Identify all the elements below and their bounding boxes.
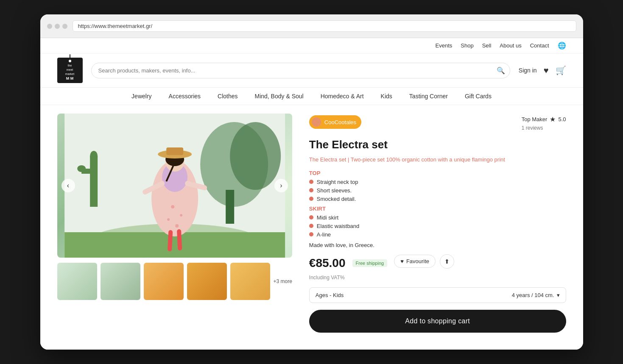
share-icon: ⬆ [444,258,450,265]
svg-rect-4 [90,156,98,207]
nav-contact[interactable]: Contact [530,42,549,49]
size-value-text: 4 years / 104 cm. [512,292,554,298]
section-skirt-label: SKIRT [309,206,566,212]
feature-dot-1 [309,180,313,184]
dropdown-chevron-icon: ▾ [557,292,560,298]
price-row: €85.00 Free shipping ♥ Favourite ⬆ [309,254,566,272]
cat-mind-body-soul[interactable]: Mind, Body & Soul [255,93,304,100]
size-value: 4 years / 104 cm. ▾ [512,292,560,298]
feature-midi-skirt: Midi skirt [309,214,566,221]
cat-gift-cards[interactable]: Gift Cards [465,93,492,100]
main-image-placeholder [57,114,292,258]
thumbnail-2[interactable] [101,263,140,300]
nav-sell[interactable]: Sell [482,42,492,49]
maker-name: CooCootales [324,119,356,125]
maker-left: CooCootales [309,115,361,134]
product-image-svg [57,114,292,258]
svg-point-7 [77,165,86,172]
cat-kids[interactable]: Kids [381,93,392,100]
maker-right: Top Maker ★ 5.0 1 reviews [522,115,566,131]
thumb-img-5 [230,263,270,300]
feature-dot-3 [309,197,313,201]
feature-text-5: Elastic waistband [317,223,359,229]
browser-dots [47,24,67,29]
top-maker-label: Top Maker [522,116,548,122]
logo-text-the: themeetmarket [65,64,74,76]
cat-jewelry[interactable]: Jewelry [131,93,151,100]
product-price: €85.00 [309,256,346,270]
product-info: CooCootales Top Maker ★ 5.0 1 reviews Th… [309,114,566,333]
thumbnail-3[interactable] [144,263,184,300]
prev-image-button[interactable]: ‹ [61,179,75,192]
thumb-img-2 [101,263,140,300]
wishlist-icon[interactable]: ♥ [544,66,549,75]
header-actions: Sign in ♥ 🛒 [519,65,566,75]
review-count: 1 reviews [522,125,566,131]
browser-dot-green [62,24,67,29]
feature-dot-6 [309,232,313,236]
cart-icon[interactable]: 🛒 [556,65,566,75]
nav-events[interactable]: Events [436,42,453,49]
main-content: ‹ › [40,105,583,350]
feature-short-sleeves: Short sleeves. [309,187,566,194]
category-nav: Jewelry Accessories Clothes Mind, Body &… [40,88,583,105]
feature-text-3: Smocked detail. [317,196,356,202]
thumb-img-1 [57,263,97,300]
add-to-cart-button[interactable]: Add to shopping cart [309,310,566,333]
top-nav: Events Shop Sell About us Contact 🌐 [40,38,583,53]
svg-point-21 [171,205,174,208]
feature-text-2: Short sleeves. [317,187,352,194]
thumbnail-4[interactable] [187,263,227,300]
site-header: themeetmarket M M 🔍 Sign in ♥ 🛒 [40,53,583,88]
svg-point-22 [180,214,182,217]
feature-dot-2 [309,188,313,192]
feature-dot-5 [309,224,313,228]
sign-in-link[interactable]: Sign in [519,67,537,74]
next-image-button[interactable]: › [274,179,288,192]
cat-homedeco[interactable]: Homedeco & Art [321,93,364,100]
browser-chrome: https://www.themeetmarket.gr/ [40,14,583,38]
action-buttons: ♥ Favourite ⬆ [394,254,454,269]
search-button[interactable]: 🔍 [497,67,505,75]
size-selector[interactable]: Ages - Kids 4 years / 104 cm. ▾ [309,287,566,303]
browser-dot-red [47,24,52,29]
share-button[interactable]: ⬆ [440,254,454,269]
address-bar[interactable]: https://www.themeetmarket.gr/ [73,20,576,32]
logo-mm: M M [66,76,74,81]
svg-point-24 [175,224,179,228]
product-title: The Electra set [309,138,566,151]
browser-dot-yellow [55,24,60,29]
thumb-img-3 [144,263,184,300]
favourite-label: Favourite [406,258,429,264]
product-subtitle: The Electra set | Two-piece set 100% org… [309,156,566,164]
favourite-button[interactable]: ♥ Favourite [394,255,436,268]
vat-note: Including VAT% [309,275,566,281]
nav-about[interactable]: About us [500,42,521,49]
svg-rect-3 [226,190,234,224]
cat-tasting[interactable]: Tasting Corner [409,93,448,100]
main-product-image: ‹ › [57,114,292,258]
svg-point-2 [230,122,281,190]
thumbnail-1[interactable] [57,263,97,300]
feature-straight-neck: Straight neck top [309,179,566,185]
nav-shop[interactable]: Shop [461,42,473,49]
feature-text-4: Midi skirt [317,214,338,221]
feature-text-6: A-line [317,231,331,238]
search-input[interactable] [91,63,510,78]
site-logo[interactable]: themeetmarket M M [57,58,83,83]
size-label: Ages - Kids [316,292,344,298]
more-images-label[interactable]: +3 more [274,278,292,284]
maker-badge[interactable]: CooCootales [309,115,361,129]
heart-icon-small: ♥ [400,258,404,264]
cat-accessories[interactable]: Accessories [169,93,201,100]
thumbnail-5[interactable] [230,263,270,300]
language-icon[interactable]: 🌐 [558,42,566,50]
feature-dot-4 [309,215,313,220]
cat-clothes[interactable]: Clothes [218,93,237,100]
thumb-img-4 [187,263,227,300]
rating-value: 5.0 [558,116,566,122]
svg-rect-18 [166,147,183,155]
feature-elastic: Elastic waistband [309,223,566,229]
svg-line-19 [170,232,170,249]
website-content: Events Shop Sell About us Contact 🌐 them… [40,38,583,350]
